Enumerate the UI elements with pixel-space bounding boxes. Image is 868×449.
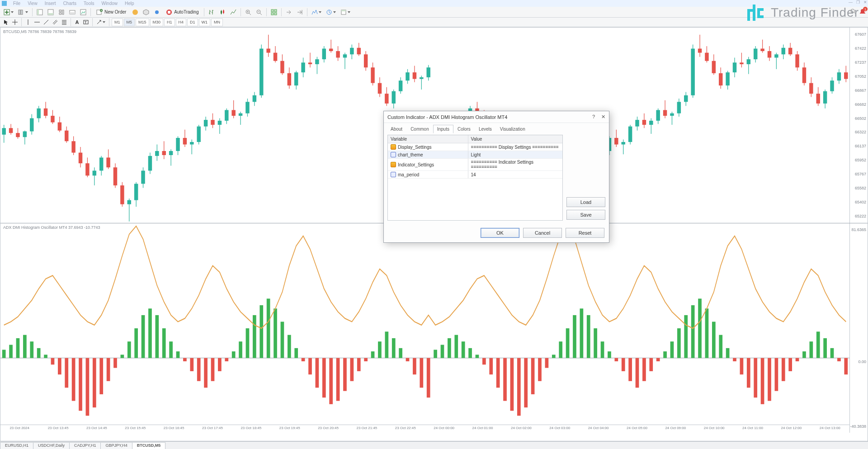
svg-rect-321: [322, 358, 326, 398]
metaquotes-icon[interactable]: [130, 8, 140, 17]
chart-tab[interactable]: GBPJPY,H4: [100, 442, 132, 449]
notifications-icon[interactable]: 1: [859, 8, 866, 15]
timeframe-m1[interactable]: M1: [112, 19, 123, 26]
trendline-tool[interactable]: [42, 19, 50, 26]
load-button[interactable]: Load: [566, 197, 605, 207]
dialog-tab-inputs[interactable]: Inputs: [433, 125, 453, 133]
dialog-help-icon[interactable]: ?: [592, 114, 595, 120]
window-minimize-icon[interactable]: —: [849, 0, 853, 5]
svg-rect-93: [218, 121, 222, 125]
zoom-out-icon[interactable]: [254, 8, 264, 17]
profiles-button[interactable]: [16, 8, 30, 17]
reset-button[interactable]: Reset: [566, 228, 604, 238]
svg-rect-387: [782, 358, 785, 381]
svg-rect-147: [406, 72, 409, 80]
svg-rect-253: [774, 54, 778, 57]
dialog-tab-common[interactable]: Common: [406, 125, 433, 133]
new-chart-button[interactable]: [2, 8, 15, 17]
zoom-in-icon[interactable]: [243, 8, 253, 17]
inputs-row[interactable]: Display_Settings========== Display Setti…: [388, 143, 562, 151]
candlestick-chart-icon[interactable]: [217, 8, 227, 17]
chart-tabs: EURUSD,H1USDCHF,DailyCADJPY,H1GBPJPY,H4B…: [0, 441, 868, 449]
menu-insert[interactable]: Insert: [41, 1, 60, 6]
dialog-tab-visualization[interactable]: Visualization: [496, 125, 529, 133]
timeframe-w1[interactable]: W1: [199, 19, 211, 26]
fibonacci-tool[interactable]: [60, 19, 68, 26]
menu-charts[interactable]: Charts: [60, 1, 80, 6]
line-chart-icon[interactable]: [228, 8, 238, 17]
menu-file[interactable]: File: [9, 1, 24, 6]
dialog-close-icon[interactable]: ✕: [601, 114, 605, 120]
svg-rect-125: [329, 49, 333, 51]
chart-tab[interactable]: BTCUSD,M5: [132, 442, 166, 449]
inputs-row[interactable]: Indicator_Settings========== Indicator S…: [388, 159, 562, 171]
svg-rect-338: [441, 345, 444, 358]
dialog-tab-colors[interactable]: Colors: [453, 125, 475, 133]
text-label-tool[interactable]: T: [82, 19, 90, 26]
svg-rect-327: [364, 358, 368, 361]
autotrading-toggle[interactable]: AutoTrading: [163, 8, 202, 17]
expert-advisors-icon[interactable]: [141, 8, 151, 17]
svg-rect-391: [809, 341, 813, 358]
market-watch-toggle[interactable]: [35, 8, 45, 17]
price-tick: 0.00: [858, 359, 866, 364]
svg-rect-225: [677, 102, 681, 113]
terminal-toggle[interactable]: [67, 8, 77, 17]
tile-windows-icon[interactable]: [269, 8, 279, 17]
menu-view[interactable]: View: [24, 1, 41, 6]
chart-tab[interactable]: USDCHF,Daily: [33, 442, 70, 449]
timeframe-h4[interactable]: H4: [176, 19, 187, 26]
menu-window[interactable]: Window: [98, 1, 121, 6]
string-icon: [391, 152, 396, 157]
text-tool[interactable]: A: [73, 19, 81, 26]
strategy-tester-toggle[interactable]: [78, 8, 88, 17]
cancel-button[interactable]: Cancel: [523, 228, 562, 238]
svg-rect-55: [85, 163, 89, 175]
data-window-toggle[interactable]: [46, 8, 56, 17]
equidistant-channel-tool[interactable]: [51, 19, 59, 26]
search-icon[interactable]: [850, 8, 856, 15]
cursor-tool[interactable]: [2, 19, 10, 26]
window-restore-icon[interactable]: ❐: [856, 0, 860, 5]
svg-rect-351: [531, 358, 535, 394]
timeframe-d1[interactable]: D1: [187, 19, 198, 26]
arrows-tool[interactable]: [95, 19, 107, 26]
svg-rect-296: [148, 308, 152, 358]
menu-tools[interactable]: Tools: [80, 1, 98, 6]
timeframe-m5[interactable]: M5: [124, 19, 135, 26]
svg-rect-133: [357, 48, 361, 54]
inputs-row[interactable]: ma_period14: [388, 171, 562, 179]
window-close-icon[interactable]: ✕: [863, 0, 867, 5]
indicators-button[interactable]: [310, 8, 323, 17]
timeframe-m15[interactable]: M15: [136, 19, 149, 26]
chart-tab[interactable]: CADJPY,H1: [69, 442, 101, 449]
dialog-tab-levels[interactable]: Levels: [475, 125, 496, 133]
timeframe-m30[interactable]: M30: [150, 19, 164, 26]
new-order-button[interactable]: New Order: [93, 8, 129, 17]
shift-end-icon[interactable]: [284, 8, 294, 17]
crosshair-tool[interactable]: [11, 19, 19, 26]
signals-icon[interactable]: [152, 8, 162, 17]
save-button[interactable]: Save: [566, 210, 605, 220]
templates-button[interactable]: [339, 8, 352, 17]
bar-chart-icon[interactable]: [207, 8, 217, 17]
svg-rect-281: [44, 354, 47, 358]
chart-tab[interactable]: EURUSD,H1: [0, 442, 33, 449]
svg-rect-235: [712, 61, 716, 73]
auto-scroll-icon[interactable]: [295, 8, 305, 17]
svg-rect-8: [70, 12, 75, 14]
dialog-tab-about[interactable]: About: [387, 125, 406, 133]
timeframe-mn[interactable]: MN: [211, 19, 223, 26]
svg-rect-352: [538, 358, 542, 381]
periodicity-button[interactable]: [324, 8, 338, 17]
indicator-chart[interactable]: ADX DMI Histogram Oscillator MT4 37.6943…: [0, 223, 868, 433]
vertical-line-tool[interactable]: [24, 19, 32, 26]
ok-button[interactable]: OK: [481, 228, 519, 238]
navigator-toggle[interactable]: [57, 8, 66, 17]
price-tick: 67607: [855, 32, 866, 37]
menu-help[interactable]: Help: [121, 1, 138, 6]
inputs-row[interactable]: chart_themeLight: [388, 151, 562, 159]
inputs-table[interactable]: Variable Value Display_Settings=========…: [387, 135, 563, 221]
timeframe-h1[interactable]: H1: [164, 19, 175, 26]
horizontal-line-tool[interactable]: [33, 19, 41, 26]
